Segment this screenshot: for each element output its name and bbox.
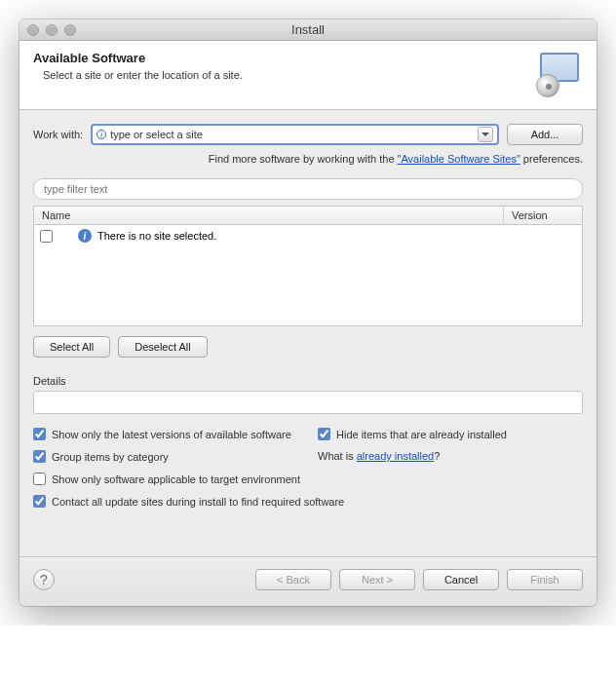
opt-hide-installed[interactable]: Hide items that are already installed [318,428,583,440]
page-subtitle: Select a site or enter the location of a… [33,69,243,81]
software-sites-hint: Find more software by working with the "… [33,153,583,165]
column-name[interactable]: Name [34,207,504,224]
table-row: i There is no site selected. [40,229,576,243]
column-version[interactable]: Version [504,207,582,224]
install-icon [536,51,583,97]
row-checkbox[interactable] [40,230,53,243]
details-label: Details [33,375,583,387]
opt-group[interactable]: Group items by category [33,450,298,463]
details-text [33,391,583,414]
wizard-header: Available Software Select a site or ente… [19,41,597,110]
opt-latest-checkbox[interactable] [33,428,46,440]
info-icon: i [78,229,92,243]
software-tree[interactable]: i There is no site selected. [33,225,583,326]
page-title: Available Software [33,51,243,65]
deselect-all-button[interactable]: Deselect All [118,336,207,358]
opt-group-checkbox[interactable] [33,450,46,463]
install-dialog: Install Available Software Select a site… [19,19,597,606]
empty-message: There is no site selected. [97,230,216,242]
chevron-down-icon[interactable] [478,127,493,142]
work-with-label: Work with: [33,129,83,140]
cancel-button[interactable]: Cancel [423,569,499,590]
wizard-footer: ? < Back Next > Cancel Finish [19,556,597,606]
back-button[interactable]: < Back [255,569,331,590]
help-button[interactable]: ? [33,569,55,590]
already-installed-link[interactable]: already installed [357,450,435,462]
opt-contact-sites[interactable]: Contact all update sites during install … [33,495,583,508]
info-icon: i [96,130,106,139]
finish-button[interactable]: Finish [507,569,583,590]
table-header: Name Version [33,206,583,225]
opt-latest[interactable]: Show only the latest versions of availab… [33,428,298,440]
work-with-combo[interactable]: i type or select a site [91,124,499,145]
titlebar: Install [19,19,597,41]
next-button[interactable]: Next > [339,569,415,590]
work-with-value: type or select a site [110,129,478,140]
filter-input[interactable] [33,178,583,200]
window-title: Install [19,22,597,37]
options-grid: Show only the latest versions of availab… [33,428,583,508]
available-sites-link[interactable]: "Available Software Sites" [398,153,520,165]
opt-target-env[interactable]: Show only software applicable to target … [33,473,583,485]
what-installed-hint: What is already installed? [318,450,583,463]
opt-target-env-checkbox[interactable] [33,473,46,485]
opt-hide-installed-checkbox[interactable] [318,428,330,440]
select-all-button[interactable]: Select All [33,336,110,358]
opt-contact-sites-checkbox[interactable] [33,495,46,508]
add-site-button[interactable]: Add... [507,124,583,145]
